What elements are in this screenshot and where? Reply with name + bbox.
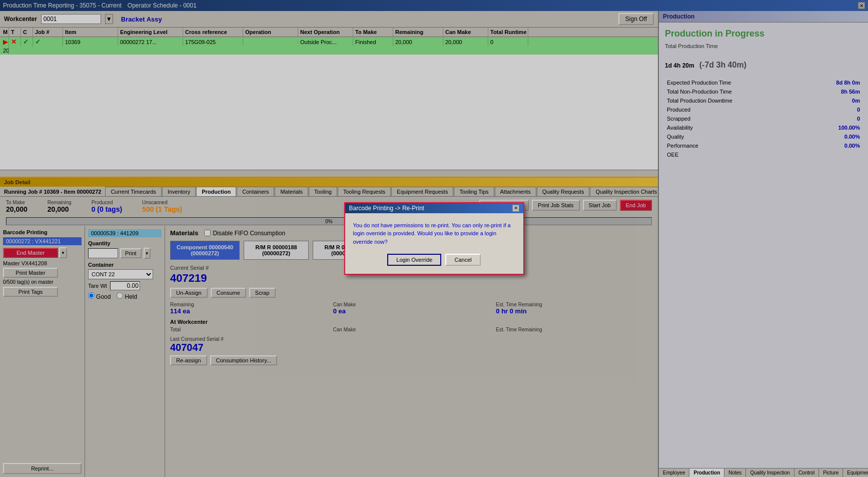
cancel-button[interactable]: Cancel xyxy=(445,254,480,266)
modal-overlay: Barcode Printing -> Re-Print ✕ You do no… xyxy=(0,0,868,477)
modal-close-button[interactable]: ✕ xyxy=(512,205,519,212)
modal-body: You do not have permissions to re-print.… xyxy=(345,213,523,274)
modal-title: Barcode Printing -> Re-Print xyxy=(349,205,424,212)
modal-dialog: Barcode Printing -> Re-Print ✕ You do no… xyxy=(344,202,524,275)
modal-title-bar: Barcode Printing -> Re-Print ✕ xyxy=(345,203,523,213)
login-override-button[interactable]: Login Override xyxy=(387,254,441,266)
modal-message: You do not have permissions to re-print.… xyxy=(353,221,515,246)
